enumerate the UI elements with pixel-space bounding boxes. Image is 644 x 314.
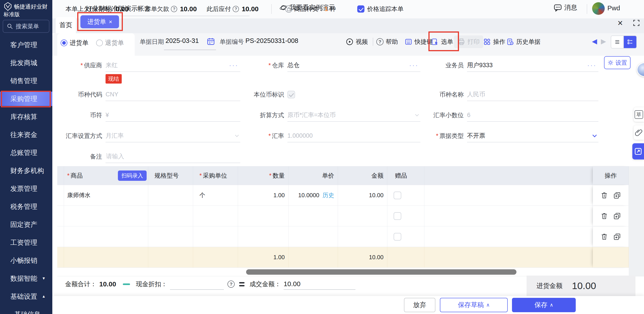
price-track-checkbox[interactable] [357, 6, 364, 12]
prev-doc-arrow[interactable]: ◀ [592, 37, 597, 45]
supplier-field[interactable]: 来红 ··· [106, 59, 240, 72]
attachment-floating-button[interactable] [634, 125, 644, 140]
view-compact-button[interactable] [611, 36, 624, 48]
sidebar-item-expense-claims[interactable]: 小畅报销 [0, 253, 52, 268]
close-icon[interactable]: × [615, 19, 625, 27]
question-circle-icon[interactable]: ? [228, 280, 235, 288]
remark-input[interactable] [106, 153, 240, 160]
scan-entry-button[interactable]: 扫码录入 [118, 170, 147, 181]
cell-unit[interactable]: 个 [193, 185, 238, 206]
delete-row-button[interactable] [601, 233, 608, 240]
cell-amount[interactable] [338, 206, 387, 226]
cell-qty[interactable] [238, 206, 288, 226]
remark-field[interactable] [106, 150, 240, 163]
fullscreen-icon[interactable] [632, 19, 641, 27]
row-handle[interactable] [57, 206, 64, 226]
table-row-1[interactable]: 康师傅水 个 1.00 10.0000 历史 10.00 [57, 185, 629, 206]
question-circle-icon[interactable]: ? [171, 6, 177, 12]
radio-on-icon[interactable] [61, 40, 67, 46]
cell-spec[interactable] [148, 226, 193, 247]
video-button[interactable]: 视频 [346, 36, 368, 48]
row-handle[interactable] [57, 226, 64, 247]
radio-purchase[interactable]: 进货单 [61, 39, 88, 47]
scrollbar-thumb[interactable] [246, 269, 516, 275]
price-history-link[interactable]: 历史 [322, 191, 334, 199]
sidebar-item-invoice-mgmt[interactable]: 发票管理 [0, 182, 52, 196]
save-button[interactable]: 保存 ∧ [512, 298, 576, 312]
cell-gift[interactable] [387, 226, 424, 247]
question-circle-icon[interactable]: ? [233, 6, 239, 12]
select-doc-button[interactable]: 选单 [431, 36, 453, 48]
hotkey-button[interactable]: 快捷键 [405, 36, 433, 48]
sidebar-item-data-intelligence[interactable]: 数据智能 ▼ [0, 271, 52, 286]
cell-unit[interactable] [193, 226, 238, 247]
rate-field[interactable]: 1.000000 [288, 129, 420, 142]
chevron-down-icon[interactable] [591, 132, 598, 140]
draft-floating-button[interactable]: 草 [634, 107, 644, 122]
cell-price[interactable]: 10.0000 历史 [288, 185, 338, 206]
date-value[interactable]: 2025-03-31 [166, 37, 199, 44]
action-button[interactable]: 操作 [483, 36, 505, 48]
cell-amount[interactable]: 10.00 [338, 185, 387, 206]
radio-return[interactable]: 退货单 [96, 39, 124, 47]
cell-product[interactable] [64, 226, 148, 247]
sidebar-item-inventory-accounting[interactable]: 库存核算 [0, 110, 52, 124]
final-amount-field[interactable]: 10.00 [284, 278, 356, 290]
tab-close-icon[interactable]: × [109, 19, 112, 25]
view-detail-button[interactable] [624, 36, 636, 48]
cell-product[interactable]: 康师傅水 [64, 185, 148, 206]
discount-input[interactable] [170, 278, 224, 290]
cell-qty[interactable] [238, 226, 288, 247]
delete-row-button[interactable] [601, 212, 608, 220]
cell-price[interactable] [288, 226, 338, 247]
gift-checkbox[interactable] [394, 192, 401, 199]
radio-off-icon[interactable] [96, 40, 103, 46]
cell-gift[interactable] [387, 206, 424, 226]
discard-button[interactable]: 放弃 [404, 298, 436, 312]
warehouse-field[interactable]: 总仓 ··· [288, 59, 420, 72]
clerk-field[interactable]: 用户9333 ··· [467, 59, 598, 72]
avatar[interactable] [592, 2, 605, 15]
conversion-mode-select[interactable]: 原币*汇率=本位币 [288, 109, 420, 122]
invoice-type-select[interactable]: 不开票 [467, 129, 598, 142]
save-draft-button[interactable]: 保存草稿 ∧ [440, 298, 508, 312]
cell-qty[interactable]: 1.00 [238, 185, 288, 206]
sidebar-item-basic-info[interactable]: 基础信息 [0, 307, 52, 314]
settings-button[interactable]: 设置 [604, 56, 630, 69]
gift-checkbox[interactable] [394, 212, 401, 220]
export-floating-button[interactable] [632, 143, 644, 160]
sidebar-item-sales-mgmt[interactable]: 销售管理 [0, 74, 52, 88]
copy-row-button[interactable] [614, 233, 621, 240]
sidebar-item-tax-mgmt[interactable]: 税务管理 [0, 200, 52, 214]
horizontal-scrollbar[interactable] [57, 268, 629, 276]
cell-spec[interactable] [148, 185, 193, 206]
sidebar-item-finance-multi-org[interactable]: 财务多机构 [0, 164, 52, 178]
messages-button[interactable]: 消息 [554, 3, 577, 12]
sidebar-item-general-ledger[interactable]: 总账管理 [0, 146, 52, 160]
table-row-3[interactable] [57, 226, 629, 247]
rate-mode-select[interactable]: 月汇率 [106, 129, 240, 142]
table-row-2[interactable] [57, 206, 629, 226]
sidebar-item-payroll-mgmt[interactable]: 工资管理 [0, 236, 52, 250]
cell-price[interactable] [288, 206, 338, 226]
cell-unit[interactable] [193, 206, 238, 226]
copy-row-button[interactable] [614, 212, 621, 220]
sidebar-search[interactable]: 搜索菜单 [3, 20, 50, 33]
history-docs-button[interactable]: 历史单据 [506, 36, 540, 48]
sidebar-item-transactions-funds[interactable]: 往来资金 [0, 128, 52, 142]
row-handle[interactable] [57, 185, 64, 206]
tab-home[interactable]: 首页 [56, 17, 76, 33]
sidebar-item-fixed-assets[interactable]: 固定资产 [0, 218, 52, 232]
copy-row-button[interactable] [614, 192, 621, 199]
cell-spec[interactable] [148, 206, 193, 226]
sidebar-item-wholesale-mall[interactable]: 批发商城 [0, 56, 52, 70]
gift-checkbox[interactable] [394, 233, 401, 240]
delete-row-button[interactable] [601, 192, 608, 199]
next-doc-arrow[interactable]: ▶ [601, 37, 606, 45]
calendar-icon[interactable] [206, 37, 215, 46]
cell-gift[interactable] [387, 185, 424, 206]
cell-amount[interactable] [338, 226, 387, 247]
sidebar-item-purchase-mgmt[interactable]: 采购管理 [0, 92, 52, 106]
sidebar-item-basic-settings[interactable]: 基础设置 ▲ [0, 289, 52, 304]
cell-product[interactable] [64, 206, 148, 226]
